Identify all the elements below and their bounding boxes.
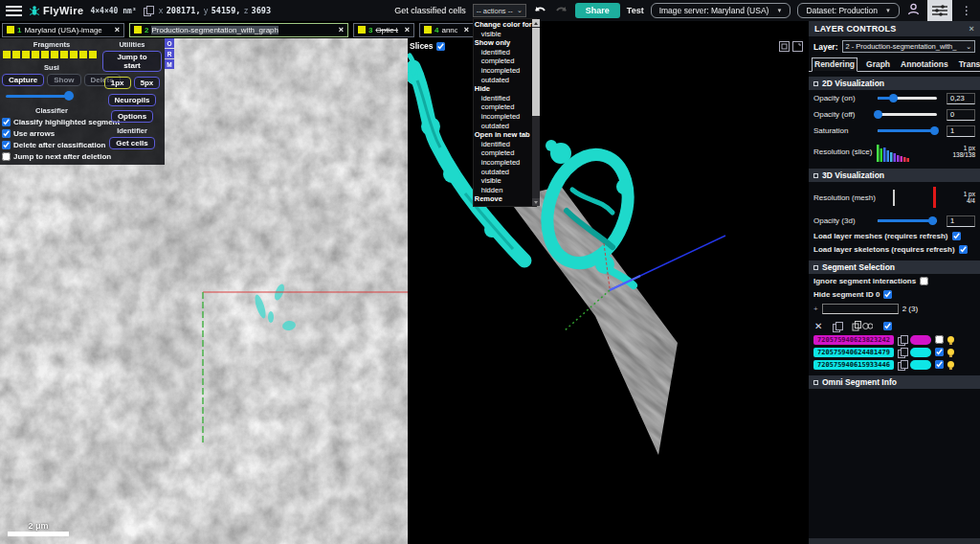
capture-button[interactable]: Capture [2, 74, 44, 86]
menu-item-hidden[interactable]: hidden [474, 186, 532, 195]
menu-scrollbar[interactable] [532, 19, 540, 206]
toggle-all-segments-checkbox[interactable] [883, 322, 892, 330]
undo-icon[interactable] [533, 4, 547, 17]
menu-item-completed[interactable]: completed [474, 57, 532, 66]
close-panel-icon[interactable]: × [969, 24, 974, 34]
menu-item-visible[interactable]: visible [474, 176, 532, 186]
layer-color-swatch[interactable] [7, 26, 14, 34]
segment-visible-checkbox[interactable] [935, 335, 944, 344]
tab-production-segmentation[interactable]: 2 Production-segmentation_with_graph × [129, 23, 348, 37]
fragment-square[interactable] [22, 51, 30, 58]
actions-select[interactable]: -- actions -- ⌄ [473, 4, 526, 17]
close-tab-icon[interactable]: × [335, 25, 344, 34]
copy-segment-id-icon[interactable] [898, 348, 906, 357]
opacity-3d-slider[interactable] [878, 216, 937, 226]
neuropils-button[interactable]: Neuropils [108, 94, 157, 106]
scrollbar-up-arrow[interactable] [532, 19, 540, 27]
menu-item-incompleted[interactable]: incompleted [474, 158, 532, 168]
copy-segment-id-icon[interactable] [898, 335, 906, 345]
section-segment-selection[interactable]: Segment Selection [809, 261, 980, 274]
menu-item-outdated[interactable]: outdated [474, 168, 532, 177]
menu-item-remove[interactable]: Remove [474, 194, 532, 204]
segment-id-pill[interactable]: 720575940615933446 [813, 360, 894, 370]
susi-slider[interactable] [6, 91, 75, 101]
test-label[interactable]: Test [627, 6, 644, 15]
clear-segments-icon[interactable]: ✕ [814, 322, 822, 331]
x-coordinate[interactable]: 208171, [167, 6, 201, 15]
fragment-square[interactable] [51, 51, 58, 58]
fragment-square[interactable] [60, 51, 68, 58]
copy-segments-icon[interactable] [833, 322, 841, 331]
menu-item-outdated[interactable]: outdated [474, 76, 532, 85]
tab-rendering[interactable]: Rendering [812, 57, 858, 72]
delete-after-classification-checkbox[interactable] [2, 141, 11, 149]
scrollbar-thumb[interactable] [532, 28, 540, 116]
use-arrows-checkbox[interactable] [2, 129, 11, 138]
size-5px-button[interactable]: 5px [134, 77, 161, 89]
segment-id-pill[interactable]: 720575940624481479 [813, 348, 894, 357]
jump-to-next-checkbox[interactable] [2, 152, 11, 161]
fragment-square[interactable] [89, 51, 97, 58]
opacity-off-value[interactable]: 0 [947, 109, 975, 121]
redo-icon[interactable] [554, 4, 568, 17]
tab-optic-lobe[interactable]: 3 Optic Lobe × [353, 23, 414, 37]
lightbulb-icon[interactable] [947, 349, 954, 355]
options-button[interactable]: Options [111, 110, 153, 123]
copy-coordinates-icon[interactable] [144, 6, 152, 15]
layer-color-swatch[interactable] [358, 26, 366, 34]
close-tab-icon[interactable]: × [401, 25, 410, 34]
panel-restore-icon[interactable] [779, 41, 790, 52]
panel-button-m[interactable]: M [165, 59, 174, 69]
menu-item-completed[interactable]: completed [474, 148, 532, 158]
lightbulb-icon[interactable] [947, 336, 954, 343]
fragment-square[interactable] [12, 51, 20, 58]
slices-checkbox[interactable] [436, 42, 445, 51]
menu-item-change-color-for[interactable]: Change color for [474, 20, 532, 30]
hide-segment-id0-checkbox[interactable] [883, 290, 892, 299]
fragment-square[interactable] [79, 51, 87, 58]
saturation-value[interactable]: 1 [947, 125, 975, 137]
hamburger-menu-icon[interactable] [6, 6, 22, 16]
menu-item-open-in-new-tab[interactable]: Open in new tab [474, 130, 532, 140]
lightbulb-icon[interactable] [947, 361, 954, 368]
copy-segment-id-icon[interactable] [898, 360, 906, 370]
share-button[interactable]: Share [575, 3, 620, 18]
opacity-off-slider[interactable] [878, 110, 937, 120]
section-2d-visualization[interactable]: 2D Visualization [809, 77, 980, 90]
tab-annotation[interactable]: 4 annotation × [419, 23, 474, 37]
segment-visible-checkbox[interactable] [935, 360, 944, 369]
fragment-square[interactable] [70, 51, 78, 58]
close-tab-icon[interactable]: × [460, 25, 469, 34]
menu-item-show-only[interactable]: Show only [474, 38, 532, 48]
opacity-on-slider[interactable] [878, 94, 937, 103]
tab-transform[interactable]: Transform [957, 58, 980, 71]
segment-id-input[interactable] [822, 304, 899, 314]
jump-to-start-button[interactable]: Jump to start [102, 51, 162, 72]
opacity-on-value[interactable]: 0,23 [947, 93, 975, 104]
menu-item-completed[interactable]: completed [474, 102, 532, 112]
collapse-icon[interactable] [813, 173, 818, 178]
panel-button-r[interactable]: R [165, 49, 174, 58]
collapse-icon[interactable] [813, 81, 818, 86]
tab-maryland-image[interactable]: 1 Maryland (USA)-image × [2, 23, 124, 37]
y-coordinate[interactable]: 54159, [212, 6, 241, 15]
image-server-select[interactable]: Image server: Maryland (USA) ▼ [651, 3, 791, 18]
segment-color-swatch[interactable] [910, 335, 931, 345]
user-account-icon[interactable] [906, 2, 921, 20]
layer-select[interactable]: 2 - Production-segmentation_with_ ⌄ [842, 40, 975, 53]
load-meshes-checkbox[interactable] [952, 232, 961, 240]
section-omni-segment-info[interactable]: Omni Segment Info [809, 375, 980, 389]
menu-item-identified[interactable]: identified [474, 48, 532, 57]
layer-color-swatch[interactable] [134, 26, 142, 34]
collapse-icon[interactable] [813, 265, 818, 270]
get-classified-cells-label[interactable]: Get classified cells [394, 6, 466, 15]
menu-item-incompleted[interactable]: incompleted [474, 112, 532, 122]
panel-maximize-icon[interactable] [792, 41, 803, 52]
kebab-menu-icon[interactable]: ⋮ [959, 4, 974, 17]
menu-item-visible[interactable]: visible [474, 30, 532, 39]
load-skeletons-checkbox[interactable] [959, 245, 968, 254]
saturation-slider[interactable] [878, 126, 937, 136]
tab-graph[interactable]: Graph [864, 58, 892, 71]
menu-item-identified[interactable]: identified [474, 94, 532, 103]
close-tab-icon[interactable]: × [111, 25, 120, 34]
